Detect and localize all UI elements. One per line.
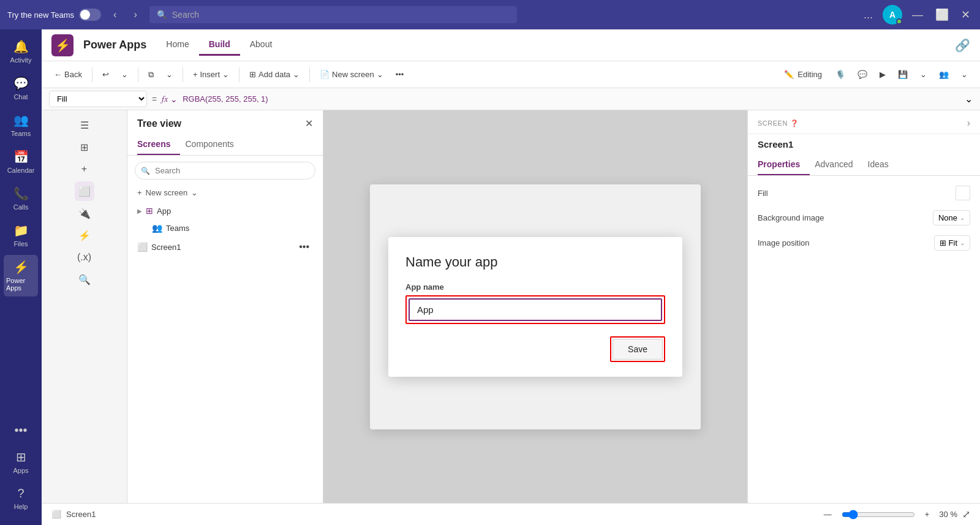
copy-btn[interactable]: ⧉: [143, 67, 159, 82]
screen1-more-btn[interactable]: •••: [295, 240, 313, 254]
fill-color-box[interactable]: [956, 186, 970, 200]
formula-input[interactable]: [183, 94, 960, 104]
save-btn[interactable]: 💾: [893, 67, 913, 81]
sidebar-item-files[interactable]: 📁 Files: [4, 218, 38, 252]
new-teams-label: Try the new Teams: [7, 10, 74, 20]
insert-chevron-icon: ⌄: [222, 70, 229, 79]
sidebar-item-teams[interactable]: 👥 Teams: [4, 108, 38, 142]
tree-view-title: Tree view: [137, 118, 181, 129]
back-nav-btn[interactable]: ‹: [108, 7, 121, 23]
property-select[interactable]: Fill: [49, 91, 147, 107]
edit-pencil-icon: ✏️: [784, 70, 794, 79]
forward-nav-btn[interactable]: ›: [129, 7, 141, 23]
maximize-btn[interactable]: ⬜: [933, 6, 951, 24]
formula-btn[interactable]: (.x): [75, 247, 94, 267]
insert-btn[interactable]: + Insert ⌄: [188, 67, 234, 81]
editing-btn[interactable]: ✏️ Editing: [778, 67, 828, 81]
files-icon: 📁: [13, 223, 29, 238]
tree-item-app-label: App: [157, 206, 171, 216]
avatar-status-dot: [896, 18, 902, 25]
tree-tab-components[interactable]: Components: [185, 134, 243, 155]
image-position-select[interactable]: ⊞ Fit ⌄: [934, 235, 970, 251]
title-bar-right: ... A — ⬜ ✕: [861, 5, 973, 25]
formula-expand-icon[interactable]: ⌄: [965, 93, 973, 105]
screen-name: Screen1: [748, 134, 980, 154]
save-dropdown-btn[interactable]: ⌄: [915, 67, 932, 81]
add-data-btn[interactable]: ⊞ Add data ⌄: [244, 67, 304, 81]
background-image-select[interactable]: None ⌄: [933, 210, 970, 225]
background-image-label: Background image: [758, 213, 824, 222]
expand-canvas-btn[interactable]: ⤢: [962, 508, 970, 520]
tree-view-btn[interactable]: ☰: [75, 115, 94, 135]
toolbar-divider-4: [239, 67, 239, 82]
bottom-screen-name: Screen1: [66, 510, 96, 519]
sidebar-item-calendar[interactable]: 📅 Calendar: [4, 145, 38, 179]
undo-dropdown-btn[interactable]: ⌄: [116, 67, 133, 81]
tree-item-screen1[interactable]: ⬜ Screen1 •••: [127, 236, 323, 257]
tree-item-teams[interactable]: 👥 Teams: [127, 219, 323, 236]
comment-icon: 💬: [858, 70, 867, 79]
insert-panel-btn[interactable]: ⊞: [75, 137, 94, 157]
right-tab-properties[interactable]: Properties: [758, 154, 810, 175]
fx-chevron-icon: ⌄: [170, 94, 178, 104]
screens-btn[interactable]: ⬜: [75, 181, 94, 201]
tree-tab-screens[interactable]: Screens: [137, 134, 180, 155]
sidebar-item-calls[interactable]: 📞 Calls: [4, 181, 38, 216]
search-panel-btn[interactable]: 🔍: [75, 270, 94, 289]
right-tab-ideas[interactable]: Ideas: [868, 154, 899, 175]
nav-about[interactable]: About: [240, 34, 282, 56]
sidebar-item-help[interactable]: ? Help: [4, 482, 38, 515]
sidebar-item-activity[interactable]: 🔔 Activity: [4, 34, 38, 69]
nav-home[interactable]: Home: [156, 34, 198, 56]
image-position-icon: ⊞: [940, 238, 946, 247]
screen-help-icon[interactable]: ❓: [790, 119, 799, 127]
right-panel-arrow-icon[interactable]: ›: [967, 118, 970, 129]
data-btn[interactable]: 🔌: [75, 203, 94, 223]
app-expand-arrow-icon: ▶: [137, 208, 142, 214]
tree-search-input[interactable]: [135, 162, 315, 179]
app-nav: Home Build About: [156, 34, 282, 56]
sidebar-item-apps[interactable]: ⊞ Apps: [4, 445, 38, 479]
nav-build[interactable]: Build: [199, 34, 240, 56]
tree-sidebar: Tree view ✕ Screens Components + New scr…: [127, 110, 323, 503]
sidebar-item-more[interactable]: •••: [4, 418, 38, 442]
zoom-slider[interactable]: [842, 510, 915, 519]
activity-icon: 🔔: [13, 39, 29, 54]
variables-btn[interactable]: ⚡: [75, 225, 94, 245]
play-btn[interactable]: ▶: [875, 67, 891, 81]
zoom-out-btn[interactable]: —: [819, 507, 837, 521]
sidebar-item-label-activity: Activity: [10, 56, 32, 64]
back-btn[interactable]: ← Back: [49, 67, 87, 81]
dialog-save-btn[interactable]: Save: [612, 339, 663, 360]
paste-dropdown-btn[interactable]: ⌄: [161, 67, 178, 81]
minimize-btn[interactable]: —: [910, 6, 925, 24]
sidebar-item-powerapps[interactable]: ⚡ Power Apps: [4, 255, 38, 296]
undo-btn[interactable]: ↩: [97, 67, 114, 81]
more-toolbar-btn[interactable]: •••: [391, 67, 409, 81]
background-image-prop-row: Background image None ⌄: [758, 210, 970, 225]
calendar-icon: 📅: [13, 149, 29, 164]
right-tab-advanced[interactable]: Advanced: [815, 154, 862, 175]
toolbar-divider-5: [309, 67, 310, 82]
tree-close-btn[interactable]: ✕: [305, 118, 313, 129]
collab-icon: 👥: [939, 70, 949, 79]
app-item-icon: ⊞: [146, 206, 153, 216]
close-btn[interactable]: ✕: [959, 6, 973, 24]
new-teams-toggle[interactable]: [79, 9, 101, 21]
zoom-in-btn[interactable]: +: [920, 507, 935, 521]
collab-btn[interactable]: 👥: [934, 67, 954, 81]
share-icon[interactable]: 🔗: [955, 39, 970, 52]
sidebar-item-label-files: Files: [13, 240, 28, 247]
mic-btn[interactable]: 🎙️: [831, 67, 850, 81]
search-input[interactable]: [172, 10, 510, 20]
more-options-btn[interactable]: ...: [861, 6, 875, 24]
app-name-input[interactable]: [409, 298, 662, 321]
name-app-dialog: Name your app App name Save: [388, 237, 682, 377]
sidebar-item-chat[interactable]: 💬 Chat: [4, 71, 38, 105]
new-screen-tree-btn[interactable]: + New screen ⌄: [127, 186, 323, 200]
add-btn[interactable]: +: [75, 159, 94, 179]
collab-dropdown-btn[interactable]: ⌄: [956, 67, 973, 81]
new-screen-btn[interactable]: 📄 New screen ⌄: [315, 67, 388, 81]
comment-btn[interactable]: 💬: [853, 67, 872, 81]
tree-item-app[interactable]: ▶ ⊞ App: [127, 202, 323, 219]
